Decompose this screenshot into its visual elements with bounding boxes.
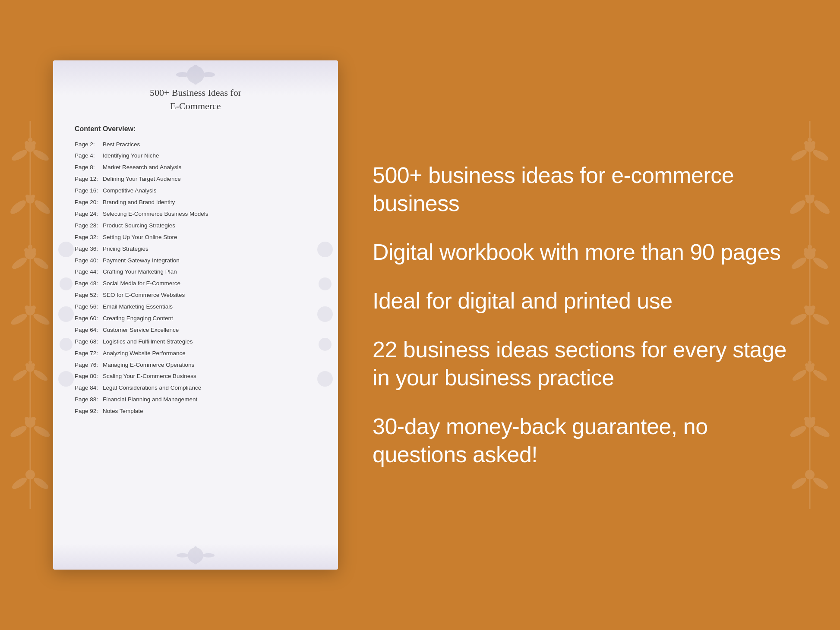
svg-point-7 bbox=[8, 198, 28, 216]
svg-point-69 bbox=[804, 417, 808, 421]
svg-point-85 bbox=[60, 338, 73, 351]
svg-point-54 bbox=[808, 245, 812, 249]
toc-page-number: Page 32: bbox=[75, 233, 103, 242]
toc-item: Page 28:Product Sourcing Strategies bbox=[75, 220, 321, 232]
toc-topic: Creating Engaging Content bbox=[103, 315, 173, 321]
feature-text-1: 500+ business ideas for e-commerce busin… bbox=[373, 161, 787, 217]
svg-point-77 bbox=[176, 72, 189, 77]
toc-page-number: Page 72: bbox=[75, 350, 103, 358]
svg-point-71 bbox=[790, 476, 808, 491]
toc-page-number: Page 20: bbox=[75, 198, 103, 207]
svg-point-61 bbox=[812, 368, 828, 382]
svg-point-47 bbox=[805, 195, 808, 198]
doc-right-decoration bbox=[314, 228, 336, 402]
svg-point-80 bbox=[193, 78, 198, 85]
svg-point-92 bbox=[319, 338, 332, 351]
svg-point-83 bbox=[60, 277, 73, 290]
svg-point-22 bbox=[32, 306, 36, 310]
svg-point-12 bbox=[10, 255, 28, 271]
toc-topic: Identifying Your Niche bbox=[103, 152, 159, 159]
svg-point-59 bbox=[811, 306, 815, 310]
toc-section-header: Content Overview: bbox=[70, 125, 321, 133]
toc-topic: Payment Gateway Integration bbox=[103, 257, 180, 264]
svg-point-72 bbox=[812, 476, 830, 491]
svg-point-45 bbox=[812, 198, 831, 216]
toc-topic: Selecting E-Commerce Business Models bbox=[103, 211, 208, 217]
svg-point-70 bbox=[811, 417, 815, 421]
toc-topic: Email Marketing Essentials bbox=[103, 303, 173, 310]
document-preview: 500+ Business Ideas for E-Commerce Conte… bbox=[53, 60, 338, 570]
toc-topic: Managing E-Commerce Operations bbox=[103, 362, 194, 368]
svg-point-1 bbox=[10, 148, 29, 163]
feature-text-4: 22 business ideas sections for every sta… bbox=[373, 336, 787, 392]
toc-page-number: Page 44: bbox=[75, 268, 103, 276]
toc-item: Page 80:Scaling Your E-Commerce Business bbox=[75, 371, 321, 382]
svg-point-100 bbox=[193, 546, 198, 552]
svg-point-49 bbox=[790, 255, 808, 271]
svg-point-42 bbox=[811, 141, 815, 145]
toc-item: Page 92:Notes Template bbox=[75, 406, 321, 417]
feature-text-5: 30-day money-back guarantee, no question… bbox=[373, 413, 787, 469]
toc-page-number: Page 92: bbox=[75, 407, 103, 416]
svg-point-96 bbox=[190, 550, 201, 561]
svg-point-64 bbox=[811, 363, 815, 367]
svg-point-33 bbox=[32, 417, 36, 421]
svg-point-35 bbox=[32, 476, 50, 491]
svg-point-30 bbox=[32, 424, 51, 439]
svg-point-84 bbox=[58, 306, 74, 322]
toc-item: Page 12:Defining Your Target Audience bbox=[75, 173, 321, 185]
toc-item: Page 56:Email Marketing Essentials bbox=[75, 301, 321, 313]
svg-point-16 bbox=[32, 248, 36, 252]
toc-topic: Social Media for E-Commerce bbox=[103, 280, 180, 287]
toc-topic: Financial Planning and Management bbox=[103, 396, 197, 403]
toc-page-number: Page 68: bbox=[75, 338, 103, 346]
toc-page-number: Page 52: bbox=[75, 291, 103, 299]
toc-topic: Defining Your Target Audience bbox=[103, 176, 181, 182]
toc-item: Page 8:Market Research and Analysis bbox=[75, 162, 321, 173]
toc-topic: Crafting Your Marketing Plan bbox=[103, 268, 177, 275]
svg-point-73 bbox=[805, 470, 815, 479]
toc-item: Page 68:Logistics and Fulfillment Strate… bbox=[75, 336, 321, 348]
toc-page-number: Page 84: bbox=[75, 384, 103, 392]
svg-point-32 bbox=[25, 417, 29, 421]
svg-point-98 bbox=[177, 553, 189, 558]
doc-top-decoration bbox=[131, 64, 260, 85]
toc-topic: Best Practices bbox=[103, 141, 140, 148]
toc-topic: Legal Considerations and Compliance bbox=[103, 384, 201, 391]
toc-page-number: Page 8: bbox=[75, 164, 103, 172]
toc-item: Page 48:Social Media for E-Commerce bbox=[75, 278, 321, 290]
toc-topic: SEO for E-Commerce Websites bbox=[103, 292, 185, 298]
svg-point-36 bbox=[25, 470, 35, 479]
toc-topic: Logistics and Fulfillment Strategies bbox=[103, 338, 193, 345]
svg-point-79 bbox=[193, 65, 198, 72]
svg-point-76 bbox=[192, 71, 199, 78]
svg-point-15 bbox=[24, 248, 28, 252]
svg-point-89 bbox=[320, 244, 330, 255]
svg-point-13 bbox=[32, 255, 50, 271]
svg-point-101 bbox=[193, 558, 198, 564]
toc-list: Page 2:Best PracticesPage 4:Identifying … bbox=[70, 139, 321, 417]
toc-topic: Analyzing Website Performance bbox=[103, 350, 186, 356]
svg-point-29 bbox=[9, 424, 28, 439]
svg-point-94 bbox=[320, 374, 330, 384]
svg-point-99 bbox=[202, 553, 215, 558]
svg-point-34 bbox=[10, 476, 28, 491]
svg-point-52 bbox=[804, 248, 808, 252]
svg-point-43 bbox=[808, 138, 812, 142]
svg-point-65 bbox=[808, 361, 812, 364]
toc-topic: Pricing Strategies bbox=[103, 246, 148, 252]
floral-decoration-right bbox=[780, 0, 840, 630]
doc-left-decoration bbox=[55, 228, 77, 402]
toc-page-number: Page 60: bbox=[75, 315, 103, 323]
svg-point-87 bbox=[61, 374, 71, 384]
svg-point-23 bbox=[11, 368, 28, 382]
toc-page-number: Page 76: bbox=[75, 361, 103, 369]
svg-point-78 bbox=[202, 72, 215, 77]
toc-item: Page 36:Pricing Strategies bbox=[75, 243, 321, 255]
toc-page-number: Page 28: bbox=[75, 222, 103, 230]
toc-item: Page 76:Managing E-Commerce Operations bbox=[75, 359, 321, 371]
toc-page-number: Page 64: bbox=[75, 326, 103, 334]
svg-point-53 bbox=[812, 248, 816, 252]
svg-point-10 bbox=[25, 195, 29, 198]
svg-point-48 bbox=[811, 195, 815, 198]
